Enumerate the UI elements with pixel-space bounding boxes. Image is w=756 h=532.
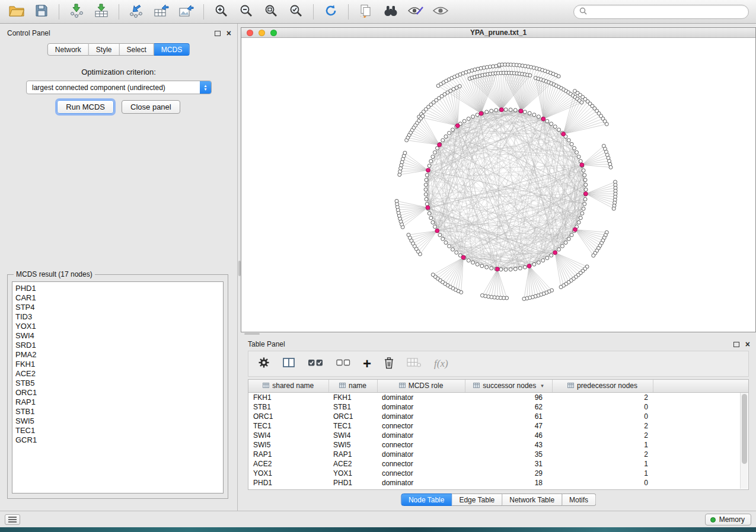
table-toolbar: + f(x) [248,351,749,377]
toolbar-separator [348,4,349,20]
criterion-dropdown[interactable]: largest connected component (undirected)… [26,81,212,94]
import-network-button[interactable] [65,2,88,21]
table-row[interactable]: PHD1PHD1dominator180 [248,478,748,488]
mcds-result-item[interactable]: RAP1 [15,398,220,407]
mcds-result-item[interactable]: STB1 [15,407,220,416]
zoom-in-icon [214,4,228,20]
float-table-panel-icon[interactable] [733,342,739,347]
mcds-result-item[interactable]: ACE2 [15,369,220,379]
table-tab-edge-table[interactable]: Edge Table [452,493,502,506]
tab-network[interactable]: Network [47,43,89,56]
mcds-result-item[interactable]: YOX1 [15,322,220,331]
gear-icon [258,357,270,371]
mcds-result-item[interactable]: STP4 [15,303,220,312]
memory-button[interactable]: Memory [705,514,751,525]
column-header-name[interactable]: name [328,380,377,392]
mcds-result-item[interactable]: PMA2 [15,350,220,360]
table-row[interactable]: SWI4SWI4dominator462 [248,431,748,440]
table-row[interactable]: TEC1TEC1connector472 [248,421,748,431]
mcds-result-item[interactable]: FKH1 [15,360,220,369]
export-image-button[interactable] [174,2,198,21]
column-header-predecessor-nodes[interactable]: predecessor nodes [552,380,653,392]
splitter-handle[interactable] [238,261,241,276]
select-all-button[interactable] [308,355,324,373]
export-table-icon [154,4,169,20]
node-table-body: FKH1FKH1dominator962STB1STB1dominator620… [248,392,748,488]
table-row[interactable]: ACE2ACE2connector311 [248,459,748,469]
table-row[interactable]: RAP1RAP1dominator352 [248,450,748,459]
minimize-window-icon[interactable] [259,30,265,36]
tab-select[interactable]: Select [120,43,154,56]
network-window-titlebar[interactable]: YPA_prune.txt_1 [241,28,755,38]
zoom-fit-button[interactable] [259,2,283,21]
mcds-result-item[interactable]: SWI4 [15,331,220,341]
table-tab-network-table[interactable]: Network Table [502,493,562,506]
tab-mcds[interactable]: MCDS [154,43,190,56]
show-columns-button[interactable] [282,355,295,373]
criterion-value: largest connected component (undirected) [32,84,165,92]
deselect-all-icon [336,358,350,370]
select-all-icon [308,357,324,370]
deselect-all-button[interactable] [336,355,350,373]
import-table-button[interactable] [90,2,113,21]
column-header-shared-name[interactable]: shared name [248,380,328,392]
search-network-button[interactable] [379,2,403,21]
table-tab-motifs[interactable]: Motifs [562,493,596,506]
export-table-button[interactable] [149,2,173,21]
delete-column-button[interactable] [384,355,394,373]
close-window-icon[interactable] [247,30,253,36]
task-history-button[interactable] [5,514,20,525]
mcds-result-item[interactable]: SRD1 [15,341,220,350]
mcds-result-item[interactable]: TID3 [15,312,220,322]
desktop-background [0,527,756,532]
table-row[interactable]: SWI5SWI5connector431 [248,440,748,450]
show-all-button[interactable] [429,2,452,21]
hide-selected-button[interactable] [404,2,428,21]
scrollbar-thumb[interactable] [742,394,747,464]
zoom-in-button[interactable] [209,2,233,21]
mcds-result-item[interactable]: ORC1 [15,388,220,398]
column-grid-icon [339,382,346,390]
save-button[interactable] [30,2,53,21]
table-disabled-icon [407,357,422,370]
export-network-button[interactable] [125,2,148,21]
mcds-buttons-row: Run MCDS Close panel [0,100,237,114]
table-row[interactable]: ORC1ORC1dominator610 [248,412,748,421]
run-mcds-button[interactable]: Run MCDS [57,100,114,114]
refresh-layout-button[interactable] [319,2,343,21]
column-header-MCDS-role[interactable]: MCDS role [377,380,465,392]
mcds-result-item[interactable]: STB5 [15,379,220,388]
table-tab-node-table[interactable]: Node Table [401,493,452,506]
mcds-result-item[interactable]: GCR1 [15,435,220,445]
search-input[interactable] [591,8,743,16]
zoom-selected-button[interactable] [284,2,308,21]
memory-status-icon [710,517,716,523]
copy-network-button[interactable] [354,2,378,21]
close-table-panel-icon[interactable]: × [745,341,750,348]
network-canvas[interactable] [241,38,755,332]
table-settings-button[interactable] [258,355,270,373]
columns-icon [282,357,295,371]
close-panel-icon[interactable]: × [227,30,231,37]
add-column-button[interactable]: + [363,355,371,373]
table-scrollbar[interactable] [740,393,748,489]
function-builder-button: f(x) [434,355,448,373]
table-row[interactable]: YOX1YOX1connector291 [248,469,748,478]
table-row[interactable]: STB1STB1dominator620 [248,402,748,412]
window-controls [247,30,277,36]
close-mcds-panel-button[interactable]: Close panel [122,100,180,114]
mcds-result-item[interactable]: PHD1 [15,284,220,293]
column-header-successor-nodes[interactable]: successor nodes▾ [465,380,552,392]
mcds-result-item[interactable]: CAR1 [15,293,220,303]
column-grid-icon [473,382,480,390]
maximize-window-icon[interactable] [270,30,277,36]
open-file-button[interactable] [5,2,28,21]
mcds-result-item[interactable]: SWI5 [15,416,220,426]
zoom-out-button[interactable] [234,2,258,21]
table-panel-title: Table Panel [248,340,285,348]
float-panel-icon[interactable] [215,31,221,36]
tab-style[interactable]: Style [89,43,120,56]
table-row[interactable]: FKH1FKH1dominator962 [248,392,748,402]
mcds-result-item[interactable]: TEC1 [15,426,220,435]
sort-caret-icon: ▾ [541,383,544,389]
